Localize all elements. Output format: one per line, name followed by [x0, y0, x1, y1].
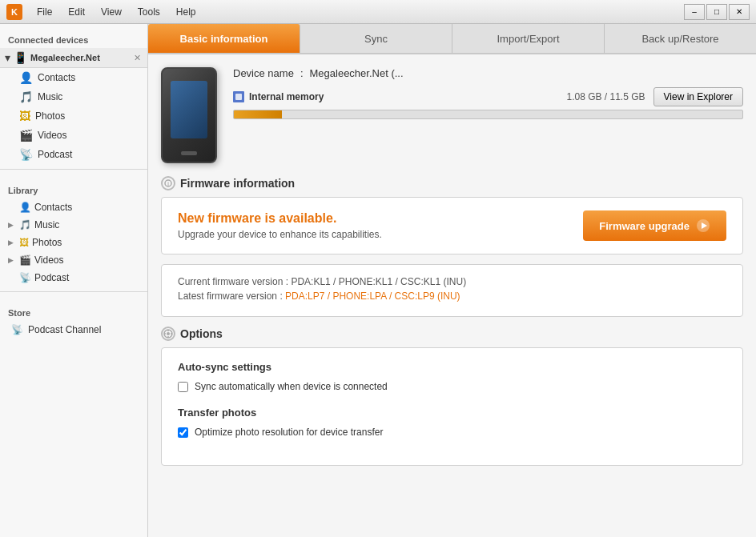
- sidebar-item-videos-label: Videos: [38, 130, 66, 141]
- lib-music-icon: 🎵: [19, 219, 31, 230]
- lib-music-label: Music: [34, 219, 59, 230]
- device-header-left: ▾ 📱 Megaleecher.Net: [5, 51, 100, 64]
- content-area: Device name : Megaleecher.Net (... Inter…: [148, 54, 756, 537]
- firmware-upgrade-label: Firmware upgrade: [599, 220, 690, 232]
- connected-devices-title: Connected devices: [0, 29, 147, 48]
- lib-podcast-icon: 📡: [19, 272, 31, 283]
- sidebar-item-photos[interactable]: 🖼 Photos: [0, 106, 147, 126]
- lib-videos-icon: 🎬: [19, 254, 31, 266]
- tab-basic-information[interactable]: Basic information: [148, 24, 300, 53]
- sidebar-item-contacts[interactable]: 👤 Contacts: [0, 68, 147, 87]
- lib-videos-label: Videos: [34, 254, 63, 266]
- sidebar-divider-2: [0, 291, 147, 292]
- device-name-field-label: Device name: [233, 67, 294, 79]
- svg-point-6: [167, 332, 170, 335]
- store-item-podcast-channel[interactable]: 📡 Podcast Channel: [0, 321, 147, 339]
- transfer-photos-title: Transfer photos: [178, 407, 726, 419]
- memory-header: Internal memory 1.08 GB / 11.5 GB View i…: [233, 87, 743, 106]
- firmware-headline: New firmware is available.: [178, 211, 382, 226]
- firmware-card: New firmware is available. Upgrade your …: [161, 197, 743, 254]
- maximize-button[interactable]: □: [706, 4, 727, 20]
- firmware-versions: Current firmware version : PDA:KL1 / PHO…: [161, 264, 743, 317]
- lib-item-music[interactable]: ▶ 🎵 Music: [0, 216, 147, 234]
- title-bar-left: K File Edit View Tools Help: [6, 4, 203, 20]
- current-firmware-value: PDA:KL1 / PHONE:KL1 / CSC:KL1 (INU): [291, 276, 466, 287]
- auto-sync-checkbox-row: Sync automatically when device is connec…: [178, 379, 726, 394]
- main-content: Basic information Sync Import/Export Bac…: [148, 24, 756, 537]
- store-podcast-channel-label: Podcast Channel: [28, 324, 101, 335]
- memory-bar-fill: [234, 110, 282, 118]
- lib-podcast-label: Podcast: [34, 272, 69, 283]
- optimize-photo-checkbox-row: Optimize photo resolution for device tra…: [178, 425, 726, 439]
- firmware-section-title: Firmware information: [180, 177, 295, 190]
- latest-firmware-label: Latest firmware version :: [178, 291, 283, 302]
- app-logo: K: [6, 4, 22, 20]
- device-name-label: Megaleecher.Net: [30, 53, 100, 62]
- auto-sync-label: Sync automatically when device is connec…: [195, 381, 388, 392]
- auto-sync-checkbox[interactable]: [178, 382, 188, 392]
- sidebar-item-music-label: Music: [38, 91, 62, 102]
- svg-text:i: i: [167, 181, 169, 186]
- lib-arrow-music: ▶: [8, 221, 16, 229]
- view-in-explorer-button[interactable]: View in Explorer: [653, 87, 743, 106]
- memory-label: Internal memory: [233, 91, 324, 102]
- sidebar-item-podcast[interactable]: 📡 Podcast: [0, 145, 147, 164]
- menu-view[interactable]: View: [94, 5, 128, 19]
- auto-sync-group: Auto-sync settings Sync automatically wh…: [178, 361, 726, 394]
- sidebar-item-videos[interactable]: 🎬 Videos: [0, 126, 147, 145]
- transfer-photos-group: Transfer photos Optimize photo resolutio…: [178, 407, 726, 439]
- tab-backup-restore[interactable]: Back up/Restore: [605, 24, 756, 53]
- lib-item-videos[interactable]: ▶ 🎬 Videos: [0, 251, 147, 269]
- memory-label-text: Internal memory: [249, 91, 324, 102]
- phone-icon: 📱: [14, 51, 27, 64]
- options-section-title: Options: [180, 327, 223, 340]
- latest-firmware-value[interactable]: PDA:LP7 / PHONE:LPA / CSC:LP9 (INU): [285, 291, 460, 302]
- tab-bar: Basic information Sync Import/Export Bac…: [148, 24, 756, 54]
- sidebar-item-contacts-label: Contacts: [38, 72, 75, 83]
- auto-sync-title: Auto-sync settings: [178, 361, 726, 373]
- device-close-button[interactable]: ✕: [132, 53, 143, 63]
- lib-item-contacts[interactable]: 👤 Contacts: [0, 198, 147, 216]
- store-podcast-icon: 📡: [11, 324, 23, 335]
- optimize-photo-checkbox[interactable]: [178, 427, 188, 438]
- play-icon: [696, 218, 710, 233]
- device-header[interactable]: ▾ 📱 Megaleecher.Net ✕: [0, 48, 147, 68]
- firmware-section-header: i Firmware information: [161, 176, 743, 190]
- sidebar: Connected devices ▾ 📱 Megaleecher.Net ✕ …: [0, 24, 148, 537]
- minimize-button[interactable]: –: [684, 4, 705, 20]
- memory-icon: [233, 91, 244, 102]
- menu-tools[interactable]: Tools: [131, 5, 167, 19]
- lib-item-podcast[interactable]: 📡 Podcast: [0, 269, 147, 287]
- videos-icon: 🎬: [19, 129, 33, 142]
- lib-photos-label: Photos: [32, 237, 62, 248]
- menu-file[interactable]: File: [30, 5, 58, 19]
- current-firmware-label: Current firmware version :: [178, 276, 288, 287]
- app-body: Connected devices ▾ 📱 Megaleecher.Net ✕ …: [0, 24, 756, 537]
- tab-import-export[interactable]: Import/Export: [452, 24, 605, 53]
- gear-icon: [163, 329, 173, 339]
- memory-size-display: 1.08 GB / 11.5 GB: [566, 91, 645, 102]
- firmware-description: Upgrade your device to enhance its capab…: [178, 229, 382, 240]
- lib-contacts-icon: 👤: [19, 202, 31, 213]
- menu-help[interactable]: Help: [170, 5, 203, 19]
- firmware-section-icon: i: [161, 176, 175, 190]
- lib-arrow-photos: ▶: [8, 238, 16, 246]
- store-title: Store: [0, 302, 147, 321]
- close-button[interactable]: ✕: [729, 4, 750, 20]
- music-icon: 🎵: [19, 90, 33, 103]
- device-details: Device name : Megaleecher.Net (... Inter…: [233, 67, 743, 124]
- photos-icon: 🖼: [19, 110, 30, 122]
- options-section-header: Options: [161, 327, 743, 341]
- firmware-latest-row: Latest firmware version : PDA:LP7 / PHON…: [178, 291, 726, 302]
- sidebar-item-music[interactable]: 🎵 Music: [0, 87, 147, 106]
- firmware-upgrade-button[interactable]: Firmware upgrade: [583, 210, 726, 241]
- library-title: Library: [0, 179, 147, 198]
- menu-edit[interactable]: Edit: [62, 5, 91, 19]
- firmware-current-row: Current firmware version : PDA:KL1 / PHO…: [178, 276, 726, 287]
- phone-image: [161, 67, 217, 163]
- tab-sync[interactable]: Sync: [300, 24, 452, 53]
- sidebar-item-podcast-label: Podcast: [38, 149, 72, 160]
- sidebar-divider-1: [0, 169, 147, 170]
- lib-item-photos[interactable]: ▶ 🖼 Photos: [0, 234, 147, 251]
- menu-bar: File Edit View Tools Help: [30, 5, 203, 19]
